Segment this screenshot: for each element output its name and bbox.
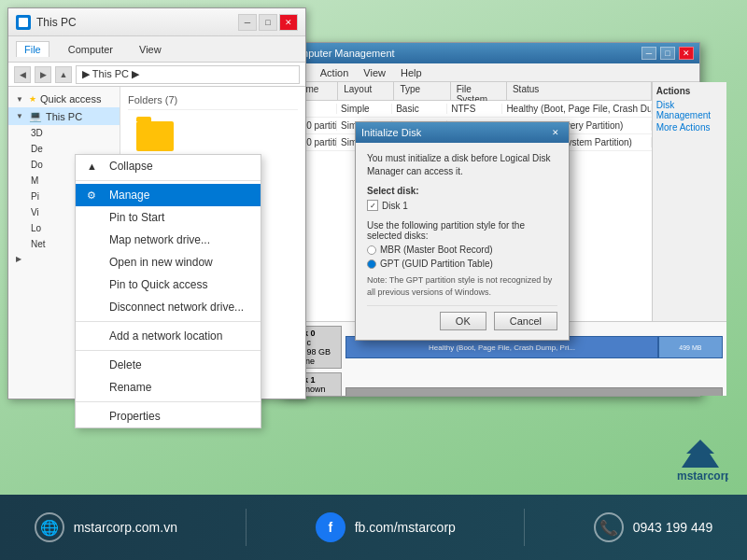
phone-icon: 📞: [594, 512, 624, 542]
folders-count: Folders (7): [128, 94, 298, 110]
folder-desktop-label: De: [31, 144, 43, 154]
folder-docs-label: Do: [31, 160, 43, 170]
folder-dl-label: M: [31, 175, 38, 186]
init-select-label: Select disk:: [367, 186, 557, 196]
explorer-title: This PC: [36, 16, 233, 29]
ctx-delete[interactable]: Delete: [76, 354, 261, 376]
disk-title: Computer Management: [287, 48, 638, 59]
mstarcorp-logo-svg: mstarcorp: [672, 435, 728, 482]
ctx-properties[interactable]: Properties: [76, 405, 261, 427]
expand-icon-pc: ▼: [16, 112, 25, 120]
context-menu: ▲ Collapse ⚙ Manage Pin to Start Map net…: [75, 154, 261, 428]
ctx-pin-quick[interactable]: Pin to Quick access: [76, 273, 261, 296]
disk-menu-action[interactable]: Action: [317, 67, 353, 78]
sidebar-item-quickaccess[interactable]: ▼ ★ Quick access: [8, 91, 120, 107]
star-icon: ★: [29, 94, 36, 104]
breadcrumb-thispc: This PC: [92, 68, 129, 79]
col-layout: Layout: [338, 82, 394, 100]
cell-fs-0: NTFS: [447, 104, 502, 114]
address-bar: ◀ ▶ ▲ ▶ This PC ▶: [8, 63, 305, 87]
init-description: You must initialize a disk before Logica…: [367, 152, 557, 178]
ctx-sep-1: [76, 180, 261, 181]
cell-layout-0: Simple: [337, 104, 392, 114]
mbr-label: MBR (Master Boot Record): [380, 245, 493, 255]
close-button[interactable]: ✕: [279, 14, 298, 31]
gpt-label: GPT (GUID Partition Table): [380, 259, 493, 269]
ctx-collapse[interactable]: ▲ Collapse: [76, 155, 261, 177]
disk-close-button[interactable]: ✕: [679, 47, 694, 60]
sidebar-item-thispc[interactable]: ▼ 💻 This PC: [8, 107, 120, 125]
bottom-bar: 🌐 mstarcorp.com.vn f fb.com/mstarcorp 📞 …: [0, 495, 747, 560]
breadcrumb-arrow: ▶: [132, 68, 139, 79]
expand-icon: ▼: [16, 95, 25, 104]
net-expand-icon: ▶: [16, 255, 25, 263]
ctx-sep-3: [76, 350, 261, 351]
ctx-manage-label: Manage: [109, 189, 149, 202]
checkmark-icon: ✓: [370, 202, 376, 210]
cell-status-0: Healthy (Boot, Page File, Crash Dump, Pr…: [502, 104, 651, 114]
gpt-radio[interactable]: [367, 259, 376, 269]
gpt-radio-row: GPT (GUID Partition Table): [367, 259, 557, 269]
minimize-button[interactable]: ─: [238, 14, 257, 31]
ctx-disconnect[interactable]: Disconnect network drive...: [76, 296, 261, 318]
init-buttons: OK Cancel: [367, 305, 557, 330]
ctx-rename-label: Rename: [109, 381, 151, 394]
logo-area: mstarcorp: [672, 435, 728, 485]
ctx-open-window-label: Open in new window: [109, 256, 213, 269]
init-ok-button[interactable]: OK: [440, 312, 486, 330]
disk-menu-bar: File Action View Help: [281, 63, 699, 82]
disk-header: Volume Layout Type File System Status: [282, 82, 652, 101]
disk-menu-help[interactable]: Help: [397, 67, 426, 78]
ctx-add-network[interactable]: Add a network location: [76, 325, 261, 347]
disk0-part-recovery: 499 MB: [658, 336, 723, 358]
disk1-checkbox[interactable]: ✓: [367, 200, 378, 211]
ctx-pin-start[interactable]: Pin to Start: [76, 206, 261, 229]
up-button[interactable]: ▲: [55, 66, 72, 83]
ctx-rename[interactable]: Rename: [76, 376, 261, 399]
col-status: Status: [507, 82, 652, 100]
tab-view[interactable]: View: [132, 42, 169, 57]
logo-text-svg: mstarcorp: [677, 469, 728, 482]
disk1-parts: 50.00 GB Unallocated: [345, 387, 723, 396]
ctx-manage[interactable]: ⚙ Manage: [76, 184, 261, 206]
ctx-map-drive-label: Map network drive...: [109, 233, 210, 246]
sidebar-thispc-label: This PC: [46, 111, 82, 122]
pc-icon: 💻: [29, 110, 42, 122]
partition-style-label: Use the following partition style for th…: [367, 220, 557, 241]
maximize-button[interactable]: □: [259, 14, 277, 31]
actions-more[interactable]: More Actions: [656, 122, 723, 133]
ctx-map-drive[interactable]: Map network drive...: [76, 229, 261, 251]
col-type: Type: [394, 82, 450, 100]
back-button[interactable]: ◀: [14, 66, 31, 83]
tab-file[interactable]: File: [16, 41, 49, 57]
disk-visual-1: Disk 1 Unknown 50.00 GB Not Initialized …: [286, 372, 723, 396]
address-path[interactable]: ▶ This PC ▶: [76, 65, 300, 84]
disk-minimize-button[interactable]: ─: [641, 47, 656, 60]
actions-selected[interactable]: Disk Management: [656, 100, 723, 120]
titlebar-controls: ─ □ ✕: [238, 14, 298, 31]
init-titlebar: Initialize Disk ✕: [356, 122, 569, 143]
init-disk-checkbox-row: ✓ Disk 1: [367, 200, 557, 211]
mbr-radio[interactable]: [367, 245, 376, 255]
init-cancel-button[interactable]: Cancel: [494, 312, 557, 330]
ctx-open-window[interactable]: Open in new window: [76, 251, 261, 273]
disk-maximize-button[interactable]: □: [660, 47, 675, 60]
sidebar-item-3d[interactable]: 3D: [8, 125, 120, 141]
sidebar-quickaccess-label: Quick access: [40, 93, 101, 105]
disk-menu-view[interactable]: View: [359, 67, 389, 78]
col-fs: File System: [451, 82, 507, 100]
init-note: Note: The GPT partition style is not rec…: [367, 274, 557, 298]
tab-computer[interactable]: Computer: [61, 42, 120, 57]
forward-button[interactable]: ▶: [35, 66, 51, 83]
breadcrumb: ▶: [82, 68, 92, 79]
actions-title: Actions: [656, 86, 723, 96]
phone-item: 📞 0943 199 449: [594, 512, 713, 542]
disk-row-0[interactable]: (C:) Simple Basic NTFS Healthy (Boot, Pa…: [282, 101, 652, 118]
folder-3d-label: 3D: [31, 128, 43, 138]
ctx-disconnect-label: Disconnect network drive...: [109, 301, 244, 314]
divider-1: [246, 509, 247, 546]
init-close-button[interactable]: ✕: [548, 126, 563, 139]
init-body: You must initialize a disk before Logica…: [356, 143, 569, 340]
mbr-radio-row: MBR (Master Boot Record): [367, 245, 557, 255]
facebook-icon: f: [316, 512, 345, 542]
